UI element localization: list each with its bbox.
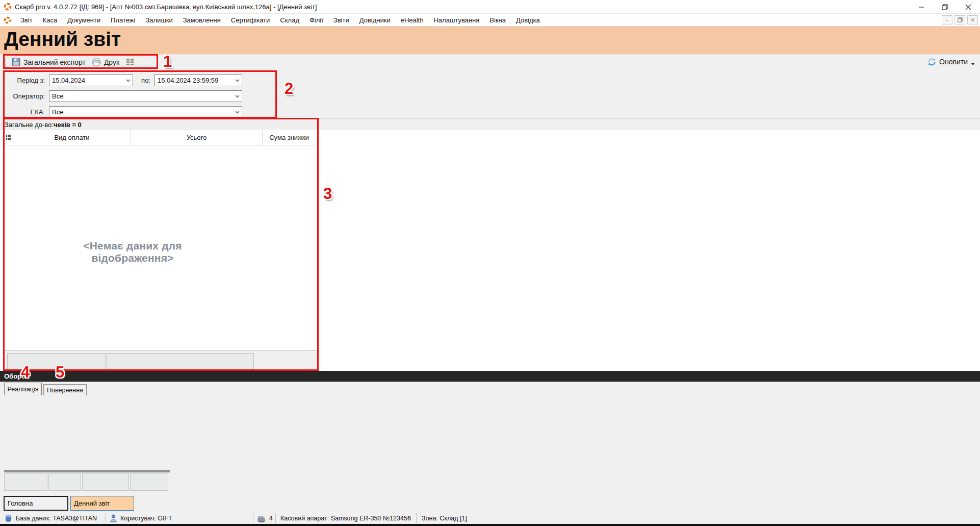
operator-select[interactable]: Все bbox=[49, 90, 242, 102]
export-button[interactable]: Загальний експорт bbox=[9, 57, 89, 67]
refresh-icon bbox=[927, 58, 936, 66]
status-separator bbox=[416, 513, 417, 523]
menu-item-vikna[interactable]: Вікна bbox=[484, 16, 511, 24]
mdi-restore-button[interactable] bbox=[955, 15, 965, 24]
tab-realizatsiia[interactable]: Реалізація bbox=[4, 383, 42, 395]
annotation-number-3: 3 bbox=[323, 185, 332, 203]
refresh-button-label: Оновити bbox=[939, 58, 968, 66]
doc-tab-dennyi-zvit[interactable]: Денний звіт bbox=[70, 496, 134, 511]
print-button-label: Друк bbox=[104, 58, 119, 66]
refresh-button[interactable]: Оновити bbox=[927, 55, 975, 68]
eka-value: Все bbox=[52, 108, 233, 116]
tab-povernennia[interactable]: Повернення bbox=[43, 384, 87, 395]
status-database: База даних: TASA3@TITAN bbox=[5, 512, 97, 524]
save-icon bbox=[12, 58, 20, 66]
restore-button[interactable] bbox=[933, 0, 957, 14]
report-toolbar: Загальний експорт Друк bbox=[0, 54, 980, 69]
eka-label: ЕКА: bbox=[3, 108, 45, 116]
turnover-divider-label: Оборот bbox=[4, 372, 29, 380]
menu-item-zamovlennia[interactable]: Замовлення bbox=[178, 16, 226, 24]
grid-corner-icon[interactable] bbox=[4, 130, 13, 145]
status-database-text: База даних: TASA3@TITAN bbox=[16, 515, 97, 522]
status-separator bbox=[253, 513, 253, 523]
status-counter: 4 bbox=[257, 512, 273, 524]
chevron-down-icon[interactable] bbox=[971, 63, 975, 65]
filter-panel: Період з: 15.04.2024 по: 15.04.2024 23:5… bbox=[0, 69, 980, 118]
chevron-down-icon[interactable] bbox=[233, 111, 242, 114]
menu-item-dovidnyky[interactable]: Довідники bbox=[354, 16, 396, 24]
column-header-discount[interactable]: Сума знижки bbox=[263, 130, 316, 145]
menu-item-dovidka[interactable]: Довідка bbox=[511, 16, 545, 24]
menu-item-sklad[interactable]: Склад bbox=[275, 16, 304, 24]
close-button[interactable] bbox=[957, 0, 980, 14]
status-zone-text: Зона: Склад [1] bbox=[422, 515, 467, 522]
status-bar: База даних: TASA3@TITAN Користувач: GIFT… bbox=[0, 512, 980, 524]
column-chooser-button[interactable] bbox=[122, 57, 138, 67]
print-button[interactable]: Друк bbox=[89, 57, 122, 67]
menu-item-zvity[interactable]: Звіти bbox=[328, 16, 354, 24]
toolbar-grip[interactable] bbox=[4, 58, 6, 67]
column-header-total[interactable]: Усього bbox=[131, 130, 263, 145]
app-window: Скарб pro v. 4.0.2.72 [ІД: 969] - [Апт №… bbox=[0, 0, 980, 526]
operator-label: Оператор: bbox=[3, 92, 45, 100]
period-from-input[interactable]: 15.04.2024 bbox=[49, 74, 133, 86]
user-icon bbox=[110, 514, 117, 522]
mdi-minimize-button[interactable]: – bbox=[942, 15, 952, 24]
menu-item-zvit[interactable]: Звіт bbox=[15, 16, 38, 24]
period-from-value: 15.04.2024 bbox=[52, 77, 123, 84]
status-zone: Зона: Склад [1] bbox=[422, 512, 467, 524]
payments-grid-header: Вид оплати Усього Сума знижки bbox=[4, 130, 317, 145]
status-cash-register: Касовий апарат: Samsung ER-350 №123456 bbox=[280, 512, 411, 524]
menu-bar: Звіт Каса Документи Платежі Залишки Замо… bbox=[0, 14, 980, 27]
eka-select[interactable]: Все bbox=[49, 106, 242, 118]
operator-value: Все bbox=[52, 92, 233, 100]
chevron-down-icon[interactable] bbox=[233, 95, 242, 98]
vat-grid-footer bbox=[4, 472, 170, 494]
menu-item-platezhi[interactable]: Платежі bbox=[106, 16, 140, 24]
footer-cell bbox=[82, 473, 129, 491]
window-title: Скарб pro v. 4.0.2.72 [ІД: 969] - [Апт №… bbox=[15, 3, 317, 11]
footer-cell bbox=[130, 473, 168, 491]
menu-item-nalashtuvannia[interactable]: Налаштування bbox=[428, 16, 484, 24]
period-from-label: Період з: bbox=[3, 77, 45, 84]
title-bar: Скарб pro v. 4.0.2.72 [ІД: 969] - [Апт №… bbox=[0, 0, 980, 14]
cash-register-icon bbox=[257, 515, 266, 522]
receipts-summary-band: Загальне до-во: чеків = 0 bbox=[0, 118, 980, 130]
menu-item-dokumenty[interactable]: Документи bbox=[62, 16, 106, 24]
doc-tab-holovna[interactable]: Головна bbox=[4, 496, 68, 511]
database-icon bbox=[5, 514, 12, 522]
status-user-text: Користувач: GIFT bbox=[120, 515, 172, 522]
chevron-down-icon[interactable] bbox=[233, 79, 242, 82]
printer-icon bbox=[92, 58, 101, 66]
summary-label: Загальне до-во: bbox=[5, 121, 54, 129]
period-to-input[interactable]: 15.04.2024 23:59:59 bbox=[154, 74, 242, 86]
period-to-value: 15.04.2024 23:59:59 bbox=[158, 77, 233, 84]
menu-item-zalyshky[interactable]: Залишки bbox=[140, 16, 177, 24]
minimize-button[interactable] bbox=[910, 0, 933, 14]
footer-cell bbox=[48, 473, 81, 491]
columns-icon bbox=[125, 58, 135, 66]
status-cash-register-text: Касовий апарат: Samsung ER-350 №123456 bbox=[280, 515, 411, 522]
page-title: Денний звіт bbox=[4, 28, 980, 51]
footer-cell bbox=[4, 473, 47, 491]
period-to-label: по: bbox=[130, 77, 150, 84]
mdi-close-button[interactable]: ✕ bbox=[967, 15, 978, 24]
menu-item-filii[interactable]: Філії bbox=[304, 16, 328, 24]
export-button-label: Загальний експорт bbox=[23, 58, 86, 66]
payments-grid-empty-message: <Немає даних для відображення> bbox=[43, 240, 222, 264]
summary-value: чеків = 0 bbox=[54, 121, 82, 129]
footer-cell bbox=[218, 353, 254, 369]
turnover-divider: Оборот bbox=[0, 371, 980, 382]
page-header: Денний звіт bbox=[0, 27, 980, 54]
menu-item-kasa[interactable]: Каса bbox=[38, 16, 63, 24]
app-logo-icon bbox=[4, 16, 11, 24]
bottom-edge bbox=[0, 524, 980, 526]
menu-item-ehealth[interactable]: eHealth bbox=[396, 16, 429, 24]
status-user: Користувач: GIFT bbox=[110, 512, 172, 524]
menu-item-sertyfikaty[interactable]: Сертифікати bbox=[226, 16, 275, 24]
app-logo-icon bbox=[4, 3, 12, 11]
footer-cell bbox=[107, 353, 217, 369]
footer-cell bbox=[7, 353, 106, 369]
column-header-payment-type[interactable]: Вид оплати bbox=[13, 130, 131, 145]
status-counter-value: 4 bbox=[269, 515, 273, 522]
